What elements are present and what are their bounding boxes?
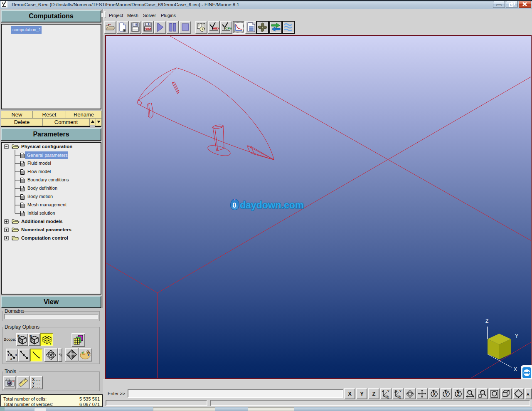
svg-text:0: 0 bbox=[232, 202, 236, 209]
svg-text:1: 1 bbox=[7, 353, 10, 357]
svg-text:Y: Y bbox=[399, 390, 401, 393]
svg-text:r: r bbox=[50, 342, 51, 345]
svg-text:X: X bbox=[387, 396, 389, 399]
svg-text:CFV: CFV bbox=[225, 27, 232, 30]
svg-text:X: X bbox=[514, 366, 517, 372]
svg-text:3: 3 bbox=[15, 353, 17, 357]
svg-text:A: A bbox=[527, 392, 530, 396]
svg-text:Z: Z bbox=[457, 392, 460, 396]
svg-text:Y: Y bbox=[387, 390, 389, 393]
svg-text:Y: Y bbox=[445, 392, 448, 396]
svg-text:Z: Z bbox=[485, 319, 488, 324]
svg-text:Z: Z bbox=[396, 389, 398, 392]
svg-text:HEX: HEX bbox=[213, 27, 219, 30]
svg-text:Y: Y bbox=[515, 333, 518, 339]
svg-text:X: X bbox=[399, 396, 401, 399]
svg-text:X: X bbox=[433, 392, 436, 396]
svg-text:Z . . .: Z . . . bbox=[32, 385, 40, 389]
svg-text:Z: Z bbox=[382, 389, 384, 392]
svg-text:SIM: SIM bbox=[145, 27, 151, 31]
svg-text:2: 2 bbox=[10, 357, 12, 361]
